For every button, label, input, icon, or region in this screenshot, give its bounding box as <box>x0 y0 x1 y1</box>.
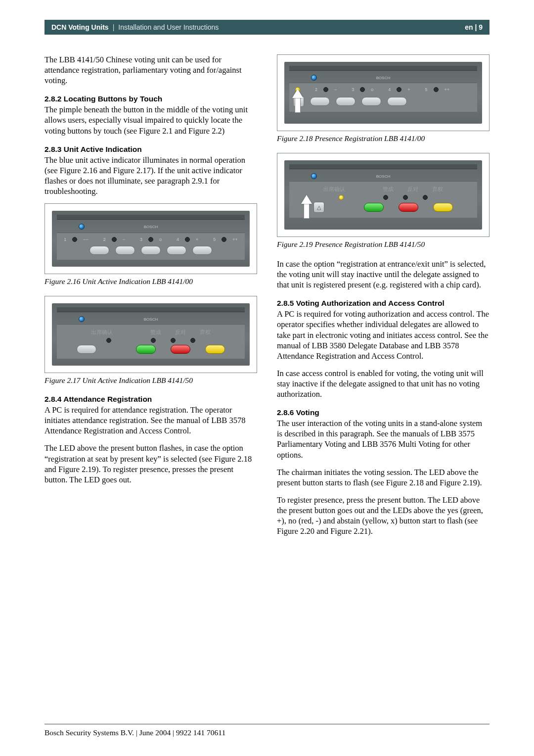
no-button[interactable] <box>399 203 418 212</box>
cn-label-row: 出席确认 赞成 反对 弃权 <box>60 329 242 336</box>
vote-button-4[interactable] <box>167 246 186 255</box>
paragraph-2-8-6a: The user interaction of the voting units… <box>277 418 490 460</box>
yes-button[interactable] <box>136 345 156 354</box>
heading-2-8-5: 2.8.5 Voting Authorization and Access Co… <box>277 299 490 308</box>
heading-2-8-3: 2.8.3 Unit Active Indication <box>44 145 257 154</box>
present-led-icon <box>106 338 111 343</box>
unit-active-led-icon <box>311 173 317 179</box>
vote-button-2[interactable] <box>310 97 330 106</box>
paragraph-2-8-6b: The chairman initiates the voting sessio… <box>277 467 490 488</box>
heading-2-8-6: 2.8.6 Voting <box>277 408 490 417</box>
vote-button-3[interactable] <box>336 97 356 106</box>
no-led-icon <box>171 338 176 343</box>
label-abstain: 弃权 <box>200 329 211 336</box>
label-present: 出席确认 <box>91 329 113 336</box>
heading-2-8-2: 2.8.2 Locating Buttons by Touch <box>44 94 257 103</box>
unit-active-led-icon <box>311 75 317 81</box>
paragraph-2-8-3: The blue unit active indicator illuminat… <box>44 155 257 196</box>
abstain-button[interactable] <box>433 203 453 212</box>
abstain-button[interactable] <box>205 345 225 354</box>
brand-label: BOSCH <box>144 317 158 322</box>
device-lbb4141-50-presence: BOSCH 出席确认 赞成 反对 弃权 <box>284 160 482 230</box>
paragraph-2-8-4a: A PC is required for attendance registra… <box>44 405 257 436</box>
yes-led-icon <box>383 195 388 200</box>
figure-2-17: BOSCH 出席确认 赞成 反对 弃权 <box>44 296 257 373</box>
left-column: The LBB 4141/50 Chinese voting unit can … <box>44 54 257 543</box>
vote-button-2[interactable] <box>115 246 135 255</box>
columns: The LBB 4141/50 Chinese voting unit can … <box>44 54 490 543</box>
label-yes: 赞成 <box>383 186 394 193</box>
header-left: DCN Voting Units | Installation and User… <box>51 23 219 31</box>
right-column: BOSCH 2− 3o 4+ 5++ <box>277 54 490 543</box>
yes-led-icon <box>151 338 156 343</box>
paragraph-2-8-2: The pimple beneath the button in the mid… <box>44 104 257 136</box>
label-no: 反对 <box>175 329 186 336</box>
label-present: 出席确认 <box>323 186 345 193</box>
paragraph-2-8-5b: In case access control is enabled for vo… <box>277 368 490 399</box>
heading-2-8-4: 2.8.4 Attendance Registration <box>44 395 257 404</box>
present-button[interactable] <box>77 345 96 354</box>
present-led-flash-icon <box>339 195 344 200</box>
header-title-light: Installation and User Instructions <box>118 23 219 31</box>
caption-2-18: Figure 2.18 Presence Registration LBB 41… <box>277 134 490 143</box>
header-bar: DCN Voting Units | Installation and User… <box>44 20 490 35</box>
vote-button-1[interactable] <box>89 246 109 255</box>
paragraph-2-8-6c: To register presence, press the present … <box>277 495 490 536</box>
button-row <box>60 246 242 255</box>
vote-button-3[interactable] <box>141 246 161 255</box>
no-button[interactable] <box>171 345 190 354</box>
paragraph-registration-option: In case the option “registration at entr… <box>277 259 490 290</box>
intro-paragraph: The LBB 4141/50 Chinese voting unit can … <box>44 54 257 86</box>
abstain-led-icon <box>190 338 195 343</box>
led-row: 1−− 2− 3o 4+ 5++ <box>60 237 242 242</box>
figure-2-19: BOSCH 出席确认 赞成 反对 弃权 <box>277 153 490 237</box>
paragraph-2-8-5a: A PC is required for voting authorizatio… <box>277 309 490 361</box>
vote-button-5[interactable] <box>192 246 212 255</box>
header-divider: | <box>113 23 115 31</box>
label-abstain: 弃权 <box>432 186 443 193</box>
arrow-up-icon <box>301 195 312 219</box>
brand-label: BOSCH <box>376 76 390 80</box>
label-yes: 赞成 <box>150 329 161 336</box>
header-title-strong: DCN Voting Units <box>51 23 109 31</box>
figure-2-16: BOSCH 1−− 2− 3o 4+ <box>44 203 257 274</box>
device-lbb4141-00: BOSCH 1−− 2− 3o 4+ <box>52 211 250 267</box>
vote-button-4[interactable] <box>361 97 381 106</box>
device-lbb4141-50: BOSCH 出席确认 赞成 反对 弃权 <box>52 303 250 366</box>
unit-active-led-icon <box>79 224 85 230</box>
page: DCN Voting Units | Installation and User… <box>0 0 534 558</box>
paragraph-2-8-4b: The LED above the present button flashes… <box>44 443 257 484</box>
figure-2-18: BOSCH 2− 3o 4+ 5++ <box>277 54 490 131</box>
vote-button-5[interactable] <box>387 97 407 106</box>
caption-2-16: Figure 2.16 Unit Active Indication LBB 4… <box>44 277 257 286</box>
abstain-led-icon <box>423 195 428 200</box>
brand-label: BOSCH <box>376 174 390 179</box>
yes-button[interactable] <box>364 203 384 212</box>
label-no: 反对 <box>407 186 418 193</box>
footer: Bosch Security Systems B.V. | June 2004 … <box>44 724 490 737</box>
present-button[interactable]: △ <box>313 202 324 213</box>
caption-2-17: Figure 2.17 Unit Active Indication LBB 4… <box>44 376 257 385</box>
brand-label: BOSCH <box>144 225 158 229</box>
device-lbb4141-00-presence: BOSCH 2− 3o 4+ 5++ <box>284 62 482 124</box>
header-page-label: en | 9 <box>465 23 483 31</box>
arrow-up-icon <box>292 89 303 113</box>
no-led-icon <box>403 195 408 200</box>
caption-2-19: Figure 2.19 Presence Registration LBB 41… <box>277 240 490 249</box>
unit-active-led-icon <box>79 316 85 322</box>
